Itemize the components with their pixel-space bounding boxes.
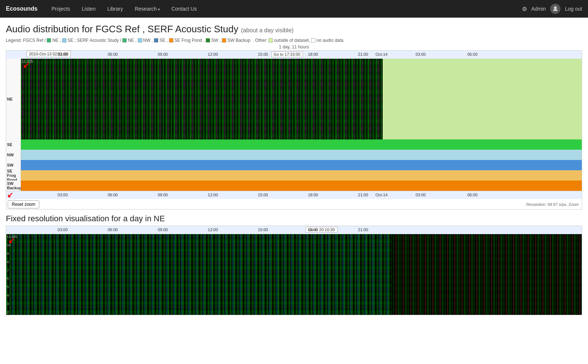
nw-bar-outside <box>390 150 582 160</box>
s2-label-0900: 09:00 <box>158 228 168 232</box>
time-label-0300-b: 03:00 <box>58 193 68 197</box>
admin-label: Admin <box>531 6 546 12</box>
goto-btn-1[interactable]: Go to 17:33:00 <box>271 51 303 57</box>
top-time-axis: 2010-Oct-13 02:51:00 Go to 17:33:00 03:0… <box>6 51 582 59</box>
legend-se1: SE ; <box>68 38 76 43</box>
se-frog-bar-main <box>21 170 390 181</box>
legend-swatch-nw <box>138 38 142 43</box>
logout-link[interactable]: Log out <box>565 6 582 12</box>
legend-frogpond: SE Frog Pond , <box>174 38 205 43</box>
se-frog-bar-outside <box>390 170 582 181</box>
legend-bar: Legend: FGCS Ref / NE , SE ; SERF Acoust… <box>6 38 582 43</box>
nav-research[interactable]: Research <box>130 3 165 15</box>
main-viz: 2010-Oct-13 02:51:00 Go to 17:33:00 03:0… <box>6 50 582 210</box>
legend-swatch-ne1 <box>47 38 51 43</box>
second-viz: Go to 20:10:30 03:00 06:00 09:00 12:00 1… <box>6 226 582 315</box>
time-label-0300bb: 03:00 <box>415 193 426 197</box>
time-label-1500-1: 15:00 <box>258 52 268 57</box>
second-time-axis: Go to 20:10:30 03:00 06:00 09:00 12:00 1… <box>6 226 582 234</box>
legend-outside: outside of dataset, <box>274 38 310 43</box>
time-label-0600-1: 06:00 <box>108 52 118 57</box>
nav-right: ⚙ Admin Log out <box>522 4 582 14</box>
nav-listen[interactable]: Listen <box>77 3 101 15</box>
resolution-text: Resolution: 68.97 s/px, Zoom <box>526 201 582 207</box>
legend-swatch-outside <box>268 38 273 43</box>
sw-backup-bar-main <box>21 181 390 191</box>
se-frog-label: SE Frog Pond <box>6 170 21 181</box>
navbar: Ecosounds Projects Listen Library Resear… <box>0 0 588 18</box>
s2-label-0300: 03:00 <box>58 228 68 232</box>
legend-ne2: NE , <box>128 38 136 43</box>
bottom-controls: Reset zoom Resolution: 68.97 s/px, Zoom <box>6 199 582 209</box>
nw-track-row: NW <box>6 150 582 160</box>
main-content: Audio distribution for FGCS Ref , SERF A… <box>0 18 588 315</box>
time-label-2100-b: 21:00 <box>358 193 368 197</box>
second-ne-cell[interactable]: ↙ 11,025 10 9 8 7 6 5 4 3 2 <box>6 234 582 315</box>
se-track-row: SE <box>6 139 582 150</box>
avatar[interactable] <box>550 4 560 14</box>
se-frog-track-row: SE Frog Pond <box>6 170 582 181</box>
se-bar-main <box>21 139 390 150</box>
ne-spectrogram-cell[interactable]: ↙ 11,025 <box>21 59 582 139</box>
s2-label-1800: 18:00 <box>308 228 318 232</box>
section2-title: Fixed resolution visualisation for a day… <box>6 214 582 223</box>
ne-spectrogram-row: NE ↙ 11,025 <box>6 59 582 139</box>
time-label-1200-b: 12:00 <box>208 193 218 197</box>
legend-swbackup: SW Backup <box>227 38 250 43</box>
se-label: SE <box>6 139 21 150</box>
time-label-0900-b: 09:00 <box>158 193 168 197</box>
settings-icon[interactable]: ⚙ <box>522 6 527 12</box>
nav-projects[interactable]: Projects <box>46 3 75 15</box>
reset-zoom-button[interactable]: Reset zoom <box>8 200 39 208</box>
legend-se2: SE , <box>159 38 168 43</box>
legend-swatch-swbackup <box>222 38 226 43</box>
sw-bar-main <box>21 160 390 170</box>
s2-label-1500: 15:00 <box>258 228 268 232</box>
legend-swatch-se2 <box>154 38 158 43</box>
time-label-2100-1: 21:00 <box>358 52 368 57</box>
svg-point-0 <box>554 6 557 9</box>
legend-swatch-noaudio <box>311 38 315 43</box>
sw-backup-bar-outside <box>390 181 582 191</box>
legend-fgcs: FGCS Ref / <box>23 38 46 43</box>
time-label-oct14-1: Oct-14 <box>375 52 387 57</box>
se-bar-outside <box>390 139 582 150</box>
arrow-bottom-left: ↙ <box>7 190 13 199</box>
legend-swatch-frogpond <box>169 38 173 43</box>
legend-sw: SW , <box>211 38 221 43</box>
sw-backup-track-row: SW Backup <box>6 181 582 191</box>
legend-ne1: NE , <box>52 38 61 43</box>
nav-contact[interactable]: Contact Us <box>166 3 202 15</box>
page-title: Audio distribution for FGCS Ref , SERF A… <box>6 23 582 35</box>
s2-label-2100: 21:00 <box>358 228 368 232</box>
time-label-0300-1: 03:00 <box>58 52 68 57</box>
time-label-1200-1: 12:00 <box>208 52 218 57</box>
outside-dataset-area <box>383 59 582 139</box>
bottom-time-axis: 03:00 06:00 09:00 12:00 15:00 18:00 21:0… <box>6 191 582 199</box>
time-label-0600b-1: 06:00 <box>468 52 478 57</box>
nw-label: NW <box>6 150 21 160</box>
ne-label: NE <box>6 59 21 139</box>
s2-label-0600: 06:00 <box>108 228 118 232</box>
page-subtitle: (about a day visible) <box>241 27 293 33</box>
sw-track-row: SW <box>6 160 582 170</box>
legend-serf: SERF Acoustic Study / <box>77 38 121 43</box>
time-label-1800-b: 18:00 <box>308 193 318 197</box>
time-label-1500-b: 15:00 <box>258 193 268 197</box>
legend-swatch-sw <box>206 38 210 43</box>
sw-backup-label: SW Backup <box>6 181 21 191</box>
sw-bar-outside <box>390 160 582 170</box>
nav-library[interactable]: Library <box>102 3 128 15</box>
legend-swatch-se1 <box>62 38 66 43</box>
time-label-1800-1: 18:00 <box>308 52 318 57</box>
legend-nw: NW , <box>143 38 153 43</box>
time-label-0600bb: 06:00 <box>468 193 478 197</box>
time-label-0300b-1: 03:00 <box>415 52 426 57</box>
s2-label-1200: 12:00 <box>208 228 218 232</box>
nav-links: Projects Listen Library Research Contact… <box>46 3 522 15</box>
legend-prefix: Legend: <box>6 38 22 43</box>
brand-link[interactable]: Ecosounds <box>6 6 37 12</box>
time-label-0900-1: 09:00 <box>158 52 168 57</box>
legend-noaudio: no audio data. <box>317 38 344 43</box>
time-label-0600-b: 06:00 <box>108 193 118 197</box>
